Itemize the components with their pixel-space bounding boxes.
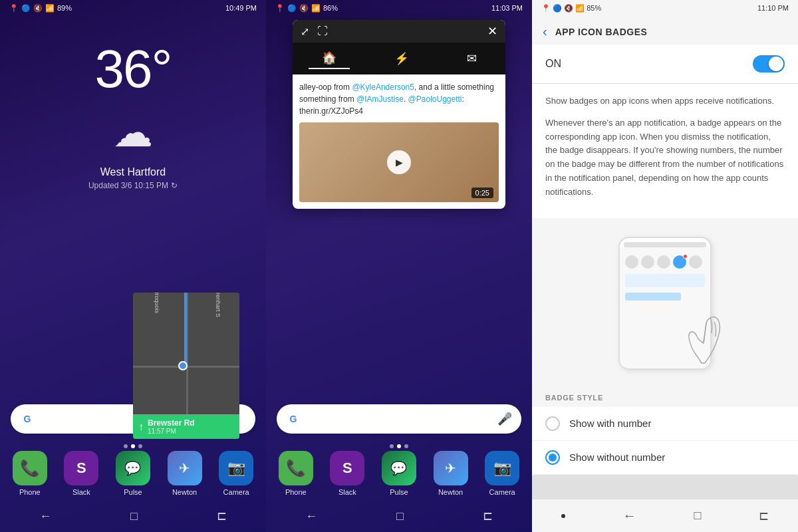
radio-option-2[interactable]: Show without number <box>532 441 798 475</box>
dock-dots-2 <box>266 442 532 451</box>
tweet-video[interactable]: ▶ 0:25 <box>299 122 499 202</box>
phone-icon-3 <box>657 255 670 269</box>
signal-icon-2: 📶 <box>311 4 321 13</box>
video-thumbnail: ▶ <box>299 122 499 202</box>
phone-icon-1 <box>625 255 638 269</box>
app-phone-1[interactable]: 📞 Phone <box>5 451 55 496</box>
app-pulse-1[interactable]: 💬 Pulse <box>108 451 158 496</box>
battery-text-2: 86% <box>323 4 338 12</box>
tweet-link-3[interactable]: @PaoloUggetti <box>408 94 462 104</box>
dock-dots-1 <box>0 442 266 451</box>
camera-label-1: Camera <box>223 488 249 496</box>
camera-icon-2: 📷 <box>485 451 519 485</box>
app-slack-2[interactable]: S Slack <box>323 451 372 496</box>
search-bar-2[interactable]: G 🎤 <box>277 404 521 434</box>
newton-icon-2: ✈ <box>434 451 468 485</box>
slack-label-2: Slack <box>338 488 356 496</box>
radio-label-1: Show with number <box>569 418 651 429</box>
toggle-switch[interactable] <box>753 55 785 72</box>
camera-icon-1: 📷 <box>219 451 253 485</box>
nav-dot-3 <box>561 514 565 518</box>
dot-2 <box>131 444 135 448</box>
description-text-1: Show badges on app icons when apps recei… <box>545 94 785 108</box>
popup-tab-notifications[interactable]: ⚡ <box>381 49 422 68</box>
signal-icon-3: 📶 <box>575 4 585 12</box>
dock-2: 📞 Phone S Slack 💬 Pulse ✈ Newton 📷 Camer… <box>266 451 532 503</box>
pulse-icon-1: 💬 <box>116 451 150 485</box>
app-camera-2[interactable]: 📷 Camera <box>477 451 527 496</box>
app-slack-1[interactable]: S Slack <box>57 451 106 496</box>
tweet-text: alley-oop from @KyleAnderson5, and a lit… <box>299 81 499 117</box>
slack-icon-2: S <box>330 451 364 485</box>
tweet-link-2[interactable]: @IAmJustise <box>356 94 404 104</box>
dot-4 <box>390 444 394 448</box>
time-1: 10:49 PM <box>225 4 257 12</box>
temperature-display: 36° <box>95 43 172 96</box>
camera-label-2: Camera <box>489 488 515 496</box>
radio-option-1[interactable]: Show with number <box>532 407 798 441</box>
page-header-3: ‹ APP ICON BADGES <box>532 16 798 45</box>
toggle-thumb <box>769 57 783 71</box>
back-button-1[interactable]: ← <box>26 504 65 529</box>
close-icon[interactable]: ✕ <box>487 24 497 39</box>
app-camera-1[interactable]: 📷 Camera <box>211 451 261 496</box>
on-toggle-row[interactable]: ON <box>532 45 798 84</box>
time-3: 11:10 PM <box>757 4 789 12</box>
map-overlay[interactable]: Iroquois Grenhart S ↑ Brewster Rd 11:57 … <box>133 293 239 439</box>
back-arrow-button[interactable]: ‹ <box>543 24 547 39</box>
popup-tab-home[interactable]: 🏠 <box>309 48 350 69</box>
phone-icon-2: 📞 <box>279 451 313 485</box>
map-label-iroquois: Iroquois <box>154 293 160 313</box>
phone-icons-row <box>625 255 705 269</box>
radio-inner-2 <box>549 454 557 462</box>
back-button-3[interactable]: ← <box>623 508 636 523</box>
description-text-2: Whenever there's an app notification, a … <box>545 116 785 200</box>
twitter-popup[interactable]: ⤢ ⛶ ✕ 🏠 ⚡ ✉ alley-oop from @KyleAnderson… <box>293 20 505 209</box>
battery-text-3: 85% <box>587 4 601 12</box>
popup-tab-messages[interactable]: ✉ <box>454 49 490 68</box>
radio-label-2: Show without number <box>569 452 665 463</box>
notification-bar <box>625 274 705 287</box>
popup-header-icons: ⤢ ⛶ <box>301 25 328 38</box>
phone-icon-badge <box>673 255 686 269</box>
location-icon-2: 📍 <box>275 4 285 13</box>
mic-icon[interactable]: 🎤 <box>497 412 512 426</box>
home-button-3[interactable]: □ <box>694 509 702 523</box>
phone-label-1: Phone <box>19 488 41 496</box>
back-button-2[interactable]: ← <box>292 504 331 529</box>
settings-content: ON Show badges on app icons when apps re… <box>532 45 798 499</box>
app-newton-2[interactable]: ✈ Newton <box>426 451 475 496</box>
refresh-icon: ↻ <box>171 181 178 190</box>
map-label-grenhart: Grenhart S <box>215 293 221 317</box>
on-label: ON <box>545 58 561 70</box>
dot-1 <box>124 444 128 448</box>
fullscreen-icon[interactable]: ⛶ <box>317 25 328 38</box>
dot-6 <box>404 444 408 448</box>
bottom-bar <box>532 475 798 499</box>
expand-icon[interactable]: ⤢ <box>301 25 309 38</box>
bluetooth-icon-3: 🔵 <box>553 4 562 12</box>
radio-circle-2[interactable] <box>545 450 560 465</box>
tweet-link-1[interactable]: @KyleAnderson5 <box>352 82 414 92</box>
phone-icon-5 <box>689 255 702 269</box>
recents-button-2[interactable]: ⊏ <box>469 503 506 529</box>
mute-icon-3: 🔇 <box>564 4 573 12</box>
app-phone-2[interactable]: 📞 Phone <box>271 451 321 496</box>
app-pulse-2[interactable]: 💬 Pulse <box>374 451 424 496</box>
home-button-1[interactable]: □ <box>117 504 151 529</box>
recents-button-1[interactable]: ⊏ <box>203 503 240 529</box>
badge-dot <box>683 254 688 259</box>
phone-label-2: Phone <box>285 488 307 496</box>
location-icon-3: 📍 <box>541 4 551 12</box>
illustration-box <box>532 223 798 383</box>
home-button-2[interactable]: □ <box>383 504 417 529</box>
recents-button-3[interactable]: ⊏ <box>759 509 769 523</box>
play-button[interactable]: ▶ <box>387 150 411 174</box>
radio-circle-1[interactable] <box>545 416 560 431</box>
panel-2: 📍 🔵 🔇 📶 86% 11:03 PM ⤢ ⛶ ✕ 🏠 ⚡ ✉ alley-o… <box>266 0 532 532</box>
dock-1: 📞 Phone S Slack 💬 Pulse ✈ Newton 📷 Camer… <box>0 451 266 503</box>
panel-3: 📍 🔵 🔇 📶 85% 11:10 PM ‹ APP ICON BADGES O… <box>532 0 798 532</box>
status-bar-left-2: 📍 🔵 🔇 📶 86% <box>275 4 338 13</box>
app-newton-1[interactable]: ✈ Newton <box>160 451 209 496</box>
location-icon: 📍 <box>9 4 19 13</box>
